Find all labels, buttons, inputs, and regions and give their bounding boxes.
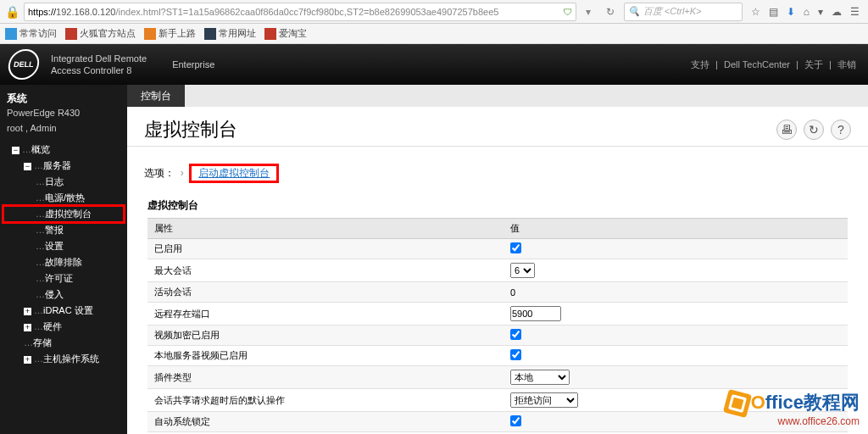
options-row: 选项： › 启动虚拟控制台 [127, 147, 868, 192]
help-icon[interactable]: ? [831, 120, 851, 140]
url-host: 192.168.0.120 [56, 7, 115, 17]
watermark-icon [722, 389, 751, 418]
dropdown-icon[interactable]: ▾ [580, 3, 597, 20]
tree-license[interactable]: …许可证 [3, 270, 124, 287]
videoenc-checkbox[interactable] [510, 329, 521, 340]
row-videoenc: 视频加密已启用 [147, 326, 504, 346]
plugin-select[interactable]: 本地 [510, 370, 570, 385]
row-port: 远程存在端口 [147, 303, 504, 326]
tree-power[interactable]: …电源/散热 [3, 190, 124, 206]
download-icon[interactable]: ⬇ [787, 6, 795, 18]
link-about[interactable]: 关于 [804, 59, 823, 70]
bookmarks-icon[interactable]: ▤ [769, 6, 778, 18]
tree-troubleshoot[interactable]: …故障排除 [3, 254, 124, 270]
tree-settings[interactable]: …设置 [3, 238, 124, 254]
tree-server[interactable]: −…服务器 [3, 158, 124, 174]
enterprise-label: Enterprise [172, 59, 214, 70]
star-icon[interactable]: ☆ [751, 6, 760, 18]
tab-row: 控制台 [127, 85, 868, 107]
header-links: 支持 | Dell TechCenter | 关于 | 非销 [687, 58, 860, 71]
refresh-icon[interactable]: ↻ [804, 120, 824, 140]
row-sharetimeout: 会话共享请求超时后的默认操作 [147, 389, 504, 412]
tree-vconsole[interactable]: …虚拟控制台 [3, 206, 124, 222]
link-techcenter[interactable]: Dell TechCenter [724, 59, 790, 70]
link-support[interactable]: 支持 [691, 59, 709, 70]
browser-toolbar: 🔒 https://192.168.0.120/index.html?ST1=1… [0, 0, 868, 24]
watermark-url: www.office26.com [726, 415, 860, 427]
shield-icon: 🛡 [563, 7, 572, 17]
bookmark-item[interactable]: 爱淘宝 [264, 27, 307, 40]
history-icon[interactable]: ▾ [818, 6, 823, 18]
toolbar-icons: ☆ ▤ ⬇ ⌂ ▾ ☁ ☰ [746, 6, 865, 18]
page-title: 虚拟控制台 [144, 117, 237, 142]
tree-storage[interactable]: …存储 [3, 335, 124, 351]
enabled-checkbox[interactable] [510, 242, 521, 253]
section-title: 虚拟控制台 [127, 192, 868, 218]
row-localvideo: 本地服务器视频已启用 [147, 346, 504, 366]
sidebar-system: 系统 [0, 90, 127, 108]
sidebar-user: root , Admin [0, 123, 127, 138]
tree-overview[interactable]: −…概览 [3, 142, 124, 158]
bookmark-item[interactable]: 常用网址 [204, 27, 256, 40]
idrac-title: Integrated Dell Remote Access Controller… [51, 53, 147, 77]
bookmark-frequent[interactable]: 常常访问 [5, 27, 57, 40]
remote-port-input[interactable] [510, 306, 561, 321]
link-logout[interactable]: 非销 [837, 59, 856, 70]
tree-idrac[interactable]: +…iDRAC 设置 [3, 303, 124, 319]
bookmark-item[interactable]: 火狐官方站点 [65, 27, 136, 40]
content-area: 控制台 虚拟控制台 🖶 ↻ ? 选项： › 启动虚拟控制台 虚拟控制台 属性值 … [127, 85, 868, 434]
tree-alerts[interactable]: …警报 [3, 222, 124, 238]
row-autolock: 自动系统锁定 [147, 412, 504, 432]
tree-intrude[interactable]: …侵入 [3, 287, 124, 303]
sidebar-model: PowerEdge R430 [0, 108, 127, 123]
url-path: /index.html?ST1=1a15a96862caa0f86da0cc7f… [115, 7, 498, 17]
options-label: 选项： [144, 167, 175, 179]
sync-icon[interactable]: ☁ [832, 6, 842, 18]
col-attr: 属性 [147, 219, 504, 239]
menu-icon[interactable]: ☰ [850, 6, 860, 18]
home-icon[interactable]: ⌂ [804, 6, 810, 18]
row-plugin: 插件类型 [147, 366, 504, 389]
nav-tree: −…概览 −…服务器 …日志 …电源/散热 …虚拟控制台 …警报 …设置 …故障… [0, 138, 127, 370]
bookmark-bar: 常常访问 火狐官方站点 新手上路 常用网址 爱淘宝 [0, 24, 868, 44]
launch-console-link[interactable]: 启动虚拟控制台 [192, 165, 276, 181]
sharetimeout-select[interactable]: 拒绝访问 [510, 392, 578, 408]
tree-hostos[interactable]: +…主机操作系统 [3, 351, 124, 367]
reload-icon[interactable]: ↻ [600, 6, 620, 18]
tree-logs[interactable]: …日志 [3, 174, 124, 190]
print-icon[interactable]: 🖶 [776, 120, 797, 140]
max-sessions-select[interactable]: 6 [510, 263, 535, 278]
tab-console[interactable]: 控制台 [127, 85, 185, 107]
row-active: 活动会话 [147, 282, 504, 303]
row-maxsess: 最大会话 [147, 259, 504, 282]
lock-icon: 🔒 [3, 3, 20, 20]
localvideo-checkbox[interactable] [510, 349, 521, 360]
active-sessions-val: 0 [504, 282, 848, 303]
bookmark-item[interactable]: 新手上路 [144, 27, 196, 40]
row-enabled: 已启用 [147, 239, 504, 259]
idrac-header: DELL Integrated Dell Remote Access Contr… [0, 44, 868, 85]
search-input[interactable]: 🔍百度 <Ctrl+K> [624, 3, 743, 21]
dell-logo: DELL [6, 49, 41, 80]
url-bar[interactable]: https://192.168.0.120/index.html?ST1=1a1… [24, 3, 576, 21]
autolock-checkbox[interactable] [510, 415, 521, 426]
col-val: 值 [504, 219, 848, 239]
watermark: Office教程网 www.office26.com [726, 390, 860, 427]
sidebar: 系统 PowerEdge R430 root , Admin −…概览 −…服务… [0, 85, 127, 434]
tree-hardware[interactable]: +…硬件 [3, 319, 124, 335]
